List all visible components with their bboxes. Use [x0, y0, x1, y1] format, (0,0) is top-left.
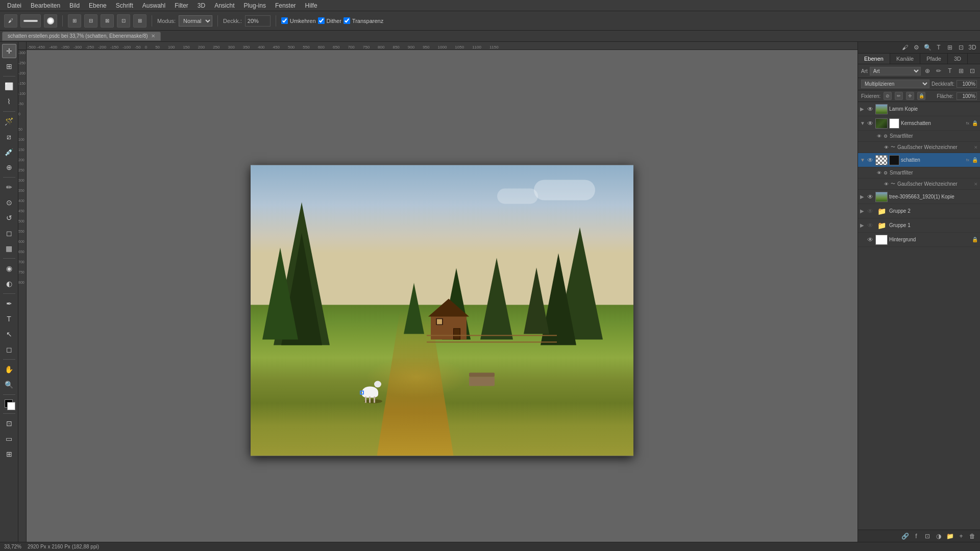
layer-eye-hintergrund[interactable]: 👁	[867, 236, 874, 243]
lock-image-btn[interactable]: ✏	[895, 92, 903, 100]
tab-3d[interactable]: 3D	[948, 54, 968, 64]
tool-hand[interactable]: ✋	[2, 362, 16, 377]
panel-icon-7[interactable]: 3D	[968, 43, 977, 52]
document-tab-active[interactable]: schatten erstellen.psdc bei 33,7% (schat…	[2, 32, 161, 41]
lock-all-btn[interactable]: 🔒	[917, 92, 925, 100]
menu-auswahl[interactable]: Auswahl	[138, 1, 169, 10]
panel-icon-1[interactable]: 🖌	[900, 43, 910, 52]
layer-lamm-kopie[interactable]: ▶ 👁 Lamm Kopie	[858, 102, 980, 116]
layer-adjustment-btn[interactable]: ◑	[934, 532, 943, 541]
layer-schatten[interactable]: ▼ 👁 schatten fx 🔒	[858, 153, 980, 167]
art-icon-1[interactable]: ⊕	[923, 66, 932, 76]
tool-extra[interactable]: ⊞	[2, 447, 16, 461]
canvas-area[interactable]: -500 -450 -400 -350 -300 -250 -200 -150 …	[18, 42, 857, 542]
panel-icon-4[interactable]: T	[934, 43, 943, 52]
tool-mode-3[interactable]: ⊠	[101, 14, 114, 28]
panel-icon-6[interactable]: ⊡	[957, 43, 966, 52]
layer-expand-kern[interactable]: ▼	[860, 120, 865, 126]
art-select[interactable]: Art	[870, 67, 921, 76]
tool-brush[interactable]: ✏	[2, 180, 16, 194]
tool-screen-mode[interactable]: ▭	[2, 432, 16, 446]
menu-ansicht[interactable]: Ansicht	[210, 1, 238, 10]
layer-eye-kern[interactable]: 👁	[867, 120, 874, 127]
layer-group-btn[interactable]: 📁	[945, 532, 954, 541]
menu-3d[interactable]: 3D	[193, 1, 209, 10]
tool-healing[interactable]: ⊕	[2, 160, 16, 174]
umkehren-checkbox[interactable]	[281, 17, 288, 24]
layer-hintergrund[interactable]: ▶ 👁 Hintergrund 🔒	[858, 233, 980, 247]
menu-fenster[interactable]: Fenster	[271, 1, 300, 10]
tool-mode-4[interactable]: ⊡	[117, 14, 130, 28]
layer-expand-hintergrund[interactable]: ▶	[860, 237, 865, 242]
tool-pen[interactable]: ✒	[2, 296, 16, 311]
layer-eye-gruppe2[interactable]: 👁	[867, 208, 874, 215]
blend-mode-select[interactable]: Multiplizieren	[861, 80, 929, 88]
opacity-value-input[interactable]	[957, 80, 977, 88]
tool-mode-1[interactable]: ⊞	[68, 14, 81, 28]
filter-eye-smartfilter-schatten[interactable]: 👁	[876, 170, 881, 176]
umkehren-label[interactable]: Umkehren	[290, 18, 316, 24]
art-icon-2[interactable]: ✏	[934, 66, 943, 76]
filter-eye-gaussian-kern[interactable]: 👁	[884, 145, 889, 150]
opacity-input[interactable]	[245, 15, 271, 27]
menu-bearbeiten[interactable]: Bearbeiten	[27, 1, 64, 10]
tool-gradient[interactable]: ▦	[2, 241, 16, 256]
tool-mode-5[interactable]: ⊞	[133, 14, 146, 28]
layer-gaussian-schatten[interactable]: 👁 〜 Gaußscher Weichzeichner ✕	[858, 179, 980, 190]
layer-link-btn[interactable]: 🔗	[900, 532, 910, 541]
layer-gruppe2[interactable]: ▶ 👁 📁 Gruppe 2	[858, 204, 980, 218]
panel-icon-5[interactable]: ⊞	[945, 43, 954, 52]
layer-gaussian-kern[interactable]: 👁 〜 Gaußscher Weichzeichner ✕	[858, 142, 980, 153]
layer-expand-tree[interactable]: ▶	[860, 194, 865, 199]
panel-icon-2[interactable]: ⚙	[912, 43, 921, 52]
tool-clone[interactable]: ⊙	[2, 195, 16, 210]
tab-ebenen[interactable]: Ebenen	[858, 54, 890, 64]
fill-value-input[interactable]	[957, 92, 977, 100]
tool-text[interactable]: T	[2, 312, 16, 326]
tab-kanale[interactable]: Kanäle	[890, 54, 920, 64]
tool-lasso[interactable]: ⌇	[2, 94, 16, 109]
transparenz-checkbox[interactable]	[344, 17, 350, 24]
layer-smartfilter-schatten[interactable]: 👁 ⚙ Smartfilter	[858, 167, 980, 179]
layer-expand-gruppe2[interactable]: ▶	[860, 208, 865, 214]
layer-eye-schatten[interactable]: 👁	[867, 157, 874, 164]
art-icon-5[interactable]: ⊡	[968, 66, 977, 76]
lock-transparent-btn[interactable]: ⊘	[884, 92, 892, 100]
menu-datei[interactable]: Datei	[3, 1, 26, 10]
dither-label[interactable]: Dither	[327, 18, 341, 24]
layer-mask-btn[interactable]: ⊡	[923, 532, 932, 541]
tool-blur[interactable]: ◉	[2, 261, 16, 276]
layer-expand-gruppe1[interactable]: ▶	[860, 222, 865, 228]
layer-expand-schatten[interactable]: ▼	[860, 157, 865, 163]
tab-pfade[interactable]: Pfade	[920, 54, 948, 64]
canvas-content[interactable]	[27, 50, 857, 542]
brush-size-btn[interactable]	[20, 14, 41, 28]
art-icon-3[interactable]: T	[945, 66, 954, 76]
brush-icon[interactable]: 🖌	[4, 14, 17, 28]
tool-dodge[interactable]: ◐	[2, 277, 16, 291]
menu-ebene[interactable]: Ebene	[85, 1, 111, 10]
menu-filter[interactable]: Filter	[170, 1, 192, 10]
layer-expand-lamm[interactable]: ▶	[860, 106, 865, 112]
layer-tree-kopie[interactable]: ▶ 👁 tree-3095663_1920(1) Kopie	[858, 190, 980, 204]
tool-history-brush[interactable]: ↺	[2, 211, 16, 225]
tool-eraser[interactable]: ◻	[2, 226, 16, 240]
tool-crop[interactable]: ⧄	[2, 130, 16, 144]
layer-new-btn[interactable]: +	[957, 532, 966, 541]
menu-plugins[interactable]: Plug-ins	[240, 1, 270, 10]
layer-gruppe1[interactable]: ▶ 👁 📁 Gruppe 1	[858, 218, 980, 233]
tool-rect-select[interactable]: ⬜	[2, 79, 16, 93]
tool-artboard[interactable]: ⊞	[2, 59, 16, 73]
mode-select[interactable]: Normal	[179, 15, 212, 27]
filter-eye-smartfilter-kern[interactable]: 👁	[876, 134, 881, 139]
lock-position-btn[interactable]: ✛	[906, 92, 914, 100]
tool-move[interactable]: ✛	[2, 44, 16, 58]
art-icon-4[interactable]: ⊞	[957, 66, 966, 76]
foreground-color[interactable]	[3, 397, 16, 411]
tool-mode-2[interactable]: ⊟	[84, 14, 97, 28]
layer-eye-tree[interactable]: 👁	[867, 193, 874, 201]
menu-schrift[interactable]: Schrift	[112, 1, 137, 10]
layer-kernschatten[interactable]: ▼ 👁 Kernschatten fx 🔒	[858, 116, 980, 131]
brush-hardness-btn[interactable]	[44, 14, 57, 28]
tool-quickmask[interactable]: ⊡	[2, 416, 16, 431]
